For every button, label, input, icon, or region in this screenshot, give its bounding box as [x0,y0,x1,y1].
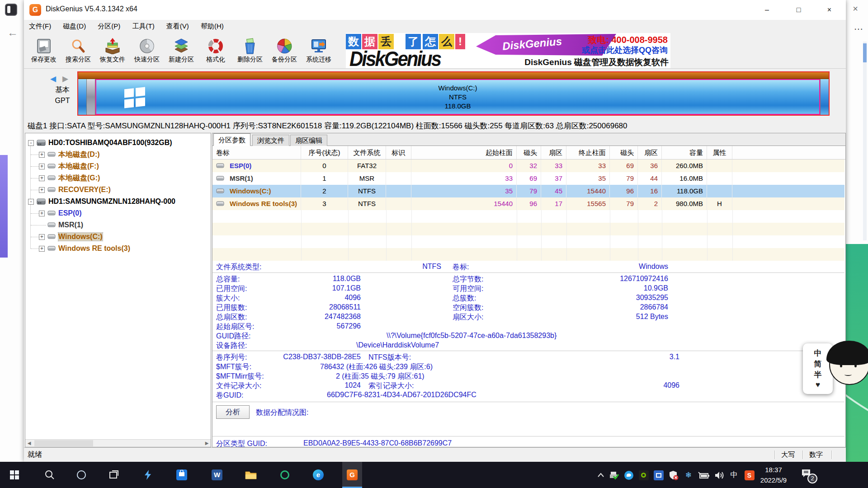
tree-item-msr[interactable]: MSR(1) [39,219,83,231]
tree-item-hd0[interactable]: - HD0:TOSHIBAMQ04ABF100(932GB) [28,137,172,149]
app-green-browser[interactable] [275,462,295,488]
tray-nvidia-icon[interactable] [637,469,650,481]
cortana-button[interactable] [71,462,91,488]
app-word[interactable]: W [207,462,227,488]
table-row-windows-c-selected[interactable]: Windows(C:) 2 NTFS 35 79 45 15440 96 16 … [212,185,844,197]
tray-battery-icon[interactable] [698,469,710,481]
scrollbar-thumb[interactable] [863,43,867,62]
tree-item-windows-c[interactable]: + Windows(C:) [39,231,103,243]
tray-intel-graphics-icon[interactable] [652,469,665,481]
tray-snowflake-icon[interactable]: ❄ [682,469,694,481]
background-scrollbar[interactable] [863,42,867,240]
ime-chinese-mode[interactable]: 中 [814,348,822,358]
advertisement-banner[interactable]: 数 据 丢 了 怎 么 ! DiskGenius DiskGenius 致电: … [346,33,670,68]
tray-ime-indicator[interactable]: 中 [728,469,740,481]
close-button[interactable]: × [819,0,840,20]
ime-halfwidth-mode[interactable]: 半 [814,370,822,380]
scroll-right-arrow[interactable]: ▶ [203,440,211,447]
expand-icon[interactable]: + [39,211,45,216]
menu-help[interactable]: 帮助(H) [196,20,229,33]
expand-icon[interactable]: + [39,152,45,158]
background-close-icon[interactable]: × [849,3,861,14]
save-changes-button[interactable]: 保存更改 [27,33,61,68]
ime-simplified-mode[interactable]: 简 [814,359,822,369]
partition-slice-re-tools[interactable] [820,79,829,115]
next-disk-icon[interactable]: ▶ [62,75,75,83]
app-store[interactable] [172,462,192,488]
back-arrow-icon[interactable]: ← [7,26,18,39]
format-button[interactable]: 格式化 [198,33,233,68]
tree-item-windows-re-tools[interactable]: + Windows RE tools(3) [39,243,130,254]
system-migration-button[interactable]: 系统迁移 [302,33,336,68]
scroll-left-arrow[interactable]: ◀ [25,440,33,447]
expand-icon[interactable]: + [39,234,45,240]
partition-slice-esp[interactable] [78,79,87,115]
app-diskgenius-active[interactable]: G [342,462,362,488]
tree-item-local-g[interactable]: + 本地磁盘(G:) [39,172,100,184]
expand-icon[interactable]: + [39,175,45,181]
tray-volume-icon[interactable] [713,469,725,481]
overflow-menu-icon[interactable]: ⋯ [854,23,863,34]
toolbar-label: 恢复文件 [100,56,125,64]
app-edge[interactable]: e [308,462,328,488]
table-row-msr[interactable]: MSR(1) 1 MSR 33 69 37 35 79 44 16.0MB [212,172,844,185]
tray-sogou-icon[interactable]: S [743,469,755,481]
tree-horizontal-scrollbar[interactable]: ◀ ▶ [25,439,211,447]
expand-icon[interactable]: + [39,246,45,252]
menu-partition[interactable]: 分区(P) [93,20,125,33]
ad-qq-link[interactable]: 或点击此处选择QQ咨询 [550,45,668,56]
tree-connector [31,155,39,155]
taskbar-search-button[interactable] [40,462,60,488]
app-lightning[interactable] [138,462,158,488]
menu-disk[interactable]: 磁盘(D) [58,20,91,33]
menu-view[interactable]: 查看(V) [161,20,194,33]
expand-icon[interactable]: + [39,187,45,193]
delete-partition-button[interactable]: 删除分区 [233,33,267,68]
table-row-esp[interactable]: ESP(0) 0 FAT32 0 32 33 33 69 36 260.0MB [212,160,844,172]
tab-partition-params[interactable]: 分区参数 [213,133,250,146]
tray-bluebird-icon[interactable] [623,469,635,481]
expand-icon[interactable]: + [39,164,45,169]
cell-capacity: 16.0MB [662,172,707,185]
maximize-button[interactable]: □ [788,0,809,20]
minimize-button[interactable]: – [756,0,778,20]
tree-item-local-f[interactable]: + 本地磁盘(F:) [39,160,99,172]
total-clusters-label: 总簇数: [453,294,476,303]
notification-center-button[interactable]: 2 [801,468,815,482]
tab-browse-files[interactable]: 浏览文件 [252,135,289,146]
tray-expand-button[interactable] [594,469,607,481]
tree-item-local-d[interactable]: + 本地磁盘(D:) [39,149,100,160]
search-partition-button[interactable]: 搜索分区 [61,33,95,68]
tray-security-shield-icon[interactable] [667,469,679,481]
terminal-icon[interactable] [5,4,17,16]
tab-sector-edit[interactable]: 扇区编辑 [290,135,327,146]
new-partition-button[interactable]: 新建分区 [164,33,198,68]
prev-disk-icon[interactable]: ◀ [50,75,62,83]
partition-windows-c[interactable]: Windows(C:) NTFS 118.0GB [95,79,820,115]
cell-id [386,172,411,185]
menu-file[interactable]: 文件(F) [24,20,56,33]
table-header: 卷标 序号(状态) 文件系统 标识 起始柱面 磁头 扇区 终止柱面 磁头 扇区 … [212,146,845,160]
task-view-button[interactable] [104,462,124,488]
tray-printer-icon[interactable] [608,469,620,481]
tree-item-hd1[interactable]: - HD1:SAMSUNGMZNLN128HAHQ-000 [28,196,175,207]
start-button[interactable] [5,462,24,488]
quick-partition-button[interactable]: 快速分区 [130,33,164,68]
collapse-icon[interactable]: - [28,140,34,146]
backup-partition-button[interactable]: 备份分区 [267,33,302,68]
cell-attribute [707,185,732,197]
menu-tools[interactable]: 工具(T) [127,20,160,33]
tree-item-esp[interactable]: + ESP(0) [39,207,82,219]
app-file-explorer[interactable] [241,462,261,488]
diskgenius-taskbar-icon: G [347,469,358,480]
guid-path-value: \\?\Volume{fcf0fc5b-5207-47ce-a60a-7da61… [387,332,557,340]
table-row-windows-re-tools[interactable]: Windows RE tools(3) 3 NTFS 15440 96 17 1… [212,197,844,210]
recover-files-button[interactable]: 恢复文件 [95,33,130,68]
taskbar-clock[interactable]: 18:37 2022/5/9 [754,465,793,485]
analyze-button[interactable]: 分析 [216,405,250,419]
collapse-icon[interactable]: - [28,199,34,205]
tree-item-recovery-e[interactable]: + RECOVERY(E:) [39,184,111,196]
ime-heart-icon[interactable]: ♥ [816,380,820,389]
partition-slice-msr[interactable] [87,79,95,115]
scrollbar-thumb[interactable] [34,440,93,446]
